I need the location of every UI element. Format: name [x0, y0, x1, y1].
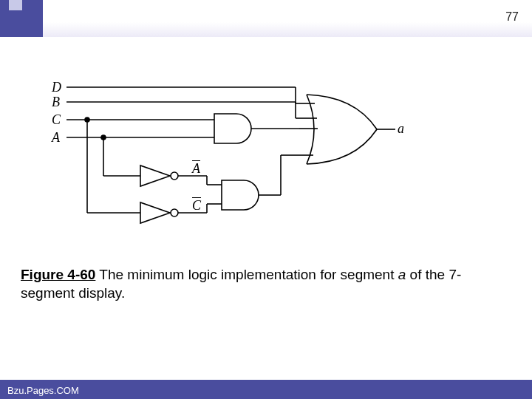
svg-point-11 — [171, 172, 178, 180]
input-label-D: D — [52, 80, 61, 95]
input-label-C: C — [52, 112, 61, 128]
figure-label: Figure 4-60 — [21, 267, 95, 282]
svg-point-12 — [171, 209, 178, 216]
page-number: 77 — [505, 10, 519, 24]
input-label-B: B — [52, 95, 60, 110]
figure-caption: Figure 4-60 The minimum logic implementa… — [21, 266, 508, 302]
corner-block — [0, 0, 43, 37]
logic-diagram: D B C A A C a — [52, 81, 436, 251]
label-not-C: C — [192, 198, 201, 214]
logic-svg — [52, 81, 436, 251]
input-label-A: A — [52, 130, 60, 146]
caption-text-1: The minimum logic implementation for seg… — [95, 267, 398, 282]
footer-bar — [0, 380, 532, 399]
label-not-A: A — [192, 161, 200, 177]
corner-notch — [9, 0, 22, 10]
output-label-a: a — [398, 121, 404, 137]
footer-text: Bzu.Pages.COM — [7, 385, 79, 396]
caption-italic: a — [398, 267, 406, 282]
header-bar — [0, 0, 532, 37]
